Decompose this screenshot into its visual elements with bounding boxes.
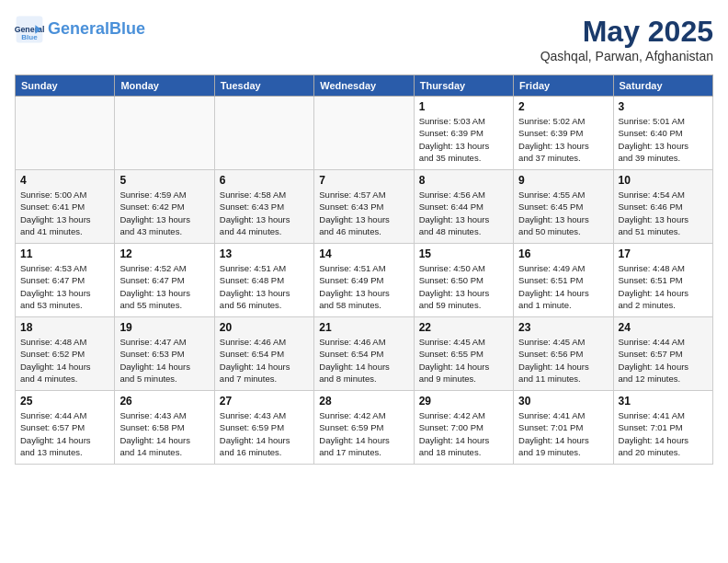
calendar-week-2: 4Sunrise: 5:00 AM Sunset: 6:41 PM Daylig… <box>16 170 713 244</box>
weekday-header-friday: Friday <box>514 75 613 97</box>
weekday-header-wednesday: Wednesday <box>314 75 414 97</box>
day-info: Sunrise: 4:47 AM Sunset: 6:53 PM Dayligh… <box>119 336 209 385</box>
day-number: 19 <box>119 321 209 334</box>
weekday-header-tuesday: Tuesday <box>214 75 313 97</box>
calendar-cell: 29Sunrise: 4:42 AM Sunset: 7:00 PM Dayli… <box>414 391 513 465</box>
weekday-header-saturday: Saturday <box>613 75 712 97</box>
day-number: 28 <box>319 395 408 408</box>
day-info: Sunrise: 4:55 AM Sunset: 6:45 PM Dayligh… <box>518 189 608 237</box>
day-number: 23 <box>518 321 608 334</box>
day-number: 18 <box>20 321 109 334</box>
day-number: 2 <box>518 100 608 113</box>
calendar-week-4: 18Sunrise: 4:48 AM Sunset: 6:52 PM Dayli… <box>16 317 713 391</box>
calendar-cell: 11Sunrise: 4:53 AM Sunset: 6:47 PM Dayli… <box>16 244 115 317</box>
calendar-cell: 25Sunrise: 4:44 AM Sunset: 6:57 PM Dayli… <box>16 391 115 465</box>
calendar-cell: 27Sunrise: 4:43 AM Sunset: 6:59 PM Dayli… <box>214 391 313 465</box>
day-info: Sunrise: 4:44 AM Sunset: 6:57 PM Dayligh… <box>619 336 708 385</box>
day-number: 13 <box>220 247 309 260</box>
day-number: 30 <box>518 395 608 408</box>
calendar-cell: 13Sunrise: 4:51 AM Sunset: 6:48 PM Dayli… <box>214 244 313 317</box>
calendar-cell: 19Sunrise: 4:47 AM Sunset: 6:53 PM Dayli… <box>115 317 214 391</box>
day-info: Sunrise: 4:51 AM Sunset: 6:49 PM Dayligh… <box>319 262 408 311</box>
day-number: 1 <box>419 100 508 113</box>
calendar-cell <box>16 97 115 170</box>
calendar-cell: 3Sunrise: 5:01 AM Sunset: 6:40 PM Daylig… <box>613 97 712 170</box>
day-number: 10 <box>619 174 708 187</box>
svg-text:Blue: Blue <box>21 33 38 41</box>
day-info: Sunrise: 4:52 AM Sunset: 6:47 PM Dayligh… <box>119 262 209 311</box>
calendar-cell: 23Sunrise: 4:45 AM Sunset: 6:56 PM Dayli… <box>514 317 613 391</box>
calendar-cell: 21Sunrise: 4:46 AM Sunset: 6:54 PM Dayli… <box>314 317 414 391</box>
calendar-cell: 7Sunrise: 4:57 AM Sunset: 6:43 PM Daylig… <box>314 170 414 244</box>
calendar-cell: 8Sunrise: 4:56 AM Sunset: 6:44 PM Daylig… <box>414 170 513 244</box>
day-number: 22 <box>419 321 508 334</box>
day-number: 4 <box>20 174 109 187</box>
logo: General Blue GeneralBlue <box>15 15 145 44</box>
day-info: Sunrise: 5:01 AM Sunset: 6:40 PM Dayligh… <box>619 115 708 164</box>
day-number: 17 <box>619 247 708 260</box>
day-info: Sunrise: 4:59 AM Sunset: 6:42 PM Dayligh… <box>119 189 209 237</box>
calendar-cell: 16Sunrise: 4:49 AM Sunset: 6:51 PM Dayli… <box>514 244 613 317</box>
calendar-cell: 1Sunrise: 5:03 AM Sunset: 6:39 PM Daylig… <box>414 97 513 170</box>
weekday-header-sunday: Sunday <box>16 75 115 97</box>
day-number: 6 <box>220 174 309 187</box>
page-header: General Blue GeneralBlue May 2025 Qashqa… <box>15 15 713 63</box>
day-number: 20 <box>220 321 309 334</box>
day-number: 31 <box>619 395 708 408</box>
calendar-cell: 20Sunrise: 4:46 AM Sunset: 6:54 PM Dayli… <box>214 317 313 391</box>
day-info: Sunrise: 4:44 AM Sunset: 6:57 PM Dayligh… <box>20 409 109 458</box>
calendar-cell <box>115 97 214 170</box>
day-info: Sunrise: 4:42 AM Sunset: 6:59 PM Dayligh… <box>319 409 408 458</box>
logo-text-line1: GeneralBlue <box>48 20 145 39</box>
calendar-cell <box>314 97 414 170</box>
calendar-cell: 10Sunrise: 4:54 AM Sunset: 6:46 PM Dayli… <box>613 170 712 244</box>
day-info: Sunrise: 4:56 AM Sunset: 6:44 PM Dayligh… <box>419 189 508 237</box>
day-info: Sunrise: 4:43 AM Sunset: 6:59 PM Dayligh… <box>220 409 309 458</box>
calendar-cell: 6Sunrise: 4:58 AM Sunset: 6:43 PM Daylig… <box>214 170 313 244</box>
day-info: Sunrise: 4:54 AM Sunset: 6:46 PM Dayligh… <box>619 189 708 237</box>
calendar-cell: 17Sunrise: 4:48 AM Sunset: 6:51 PM Dayli… <box>613 244 712 317</box>
day-number: 15 <box>419 247 508 260</box>
weekday-header-monday: Monday <box>115 75 214 97</box>
day-info: Sunrise: 4:48 AM Sunset: 6:51 PM Dayligh… <box>619 262 708 311</box>
title-area: May 2025 Qashqal, Parwan, Afghanistan <box>540 15 713 63</box>
calendar-week-5: 25Sunrise: 4:44 AM Sunset: 6:57 PM Dayli… <box>16 391 713 465</box>
calendar-cell: 30Sunrise: 4:41 AM Sunset: 7:01 PM Dayli… <box>514 391 613 465</box>
weekday-header-thursday: Thursday <box>414 75 513 97</box>
calendar-cell: 4Sunrise: 5:00 AM Sunset: 6:41 PM Daylig… <box>16 170 115 244</box>
day-info: Sunrise: 4:53 AM Sunset: 6:47 PM Dayligh… <box>20 262 109 311</box>
calendar-cell: 15Sunrise: 4:50 AM Sunset: 6:50 PM Dayli… <box>414 244 513 317</box>
day-info: Sunrise: 4:57 AM Sunset: 6:43 PM Dayligh… <box>319 189 408 237</box>
location-title: Qashqal, Parwan, Afghanistan <box>540 49 713 63</box>
day-info: Sunrise: 4:41 AM Sunset: 7:01 PM Dayligh… <box>518 409 608 458</box>
day-number: 29 <box>419 395 508 408</box>
day-number: 12 <box>119 247 209 260</box>
calendar-cell: 2Sunrise: 5:02 AM Sunset: 6:39 PM Daylig… <box>514 97 613 170</box>
day-number: 9 <box>518 174 608 187</box>
calendar-table: SundayMondayTuesdayWednesdayThursdayFrid… <box>15 75 713 465</box>
day-number: 16 <box>518 247 608 260</box>
calendar-cell: 5Sunrise: 4:59 AM Sunset: 6:42 PM Daylig… <box>115 170 214 244</box>
day-info: Sunrise: 5:00 AM Sunset: 6:41 PM Dayligh… <box>20 189 109 237</box>
day-info: Sunrise: 4:51 AM Sunset: 6:48 PM Dayligh… <box>220 262 309 311</box>
day-info: Sunrise: 4:43 AM Sunset: 6:58 PM Dayligh… <box>119 409 209 458</box>
calendar-cell: 14Sunrise: 4:51 AM Sunset: 6:49 PM Dayli… <box>314 244 414 317</box>
day-number: 27 <box>220 395 309 408</box>
day-number: 25 <box>20 395 109 408</box>
logo-icon: General Blue <box>15 15 44 44</box>
day-number: 14 <box>319 247 408 260</box>
day-number: 8 <box>419 174 508 187</box>
day-info: Sunrise: 4:45 AM Sunset: 6:55 PM Dayligh… <box>419 336 508 385</box>
calendar-cell: 9Sunrise: 4:55 AM Sunset: 6:45 PM Daylig… <box>514 170 613 244</box>
day-info: Sunrise: 4:41 AM Sunset: 7:01 PM Dayligh… <box>619 409 708 458</box>
calendar-cell <box>214 97 313 170</box>
calendar-week-3: 11Sunrise: 4:53 AM Sunset: 6:47 PM Dayli… <box>16 244 713 317</box>
day-info: Sunrise: 4:46 AM Sunset: 6:54 PM Dayligh… <box>319 336 408 385</box>
day-number: 7 <box>319 174 408 187</box>
day-info: Sunrise: 4:45 AM Sunset: 6:56 PM Dayligh… <box>518 336 608 385</box>
calendar-cell: 24Sunrise: 4:44 AM Sunset: 6:57 PM Dayli… <box>613 317 712 391</box>
day-number: 24 <box>619 321 708 334</box>
calendar-cell: 18Sunrise: 4:48 AM Sunset: 6:52 PM Dayli… <box>16 317 115 391</box>
day-number: 5 <box>119 174 209 187</box>
calendar-cell: 22Sunrise: 4:45 AM Sunset: 6:55 PM Dayli… <box>414 317 513 391</box>
